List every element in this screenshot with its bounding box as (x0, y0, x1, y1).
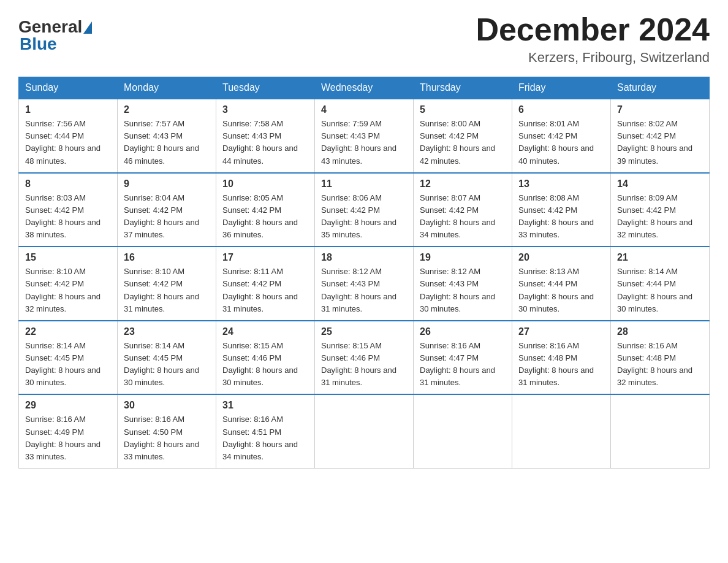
calendar-cell: 19 Sunrise: 8:12 AM Sunset: 4:43 PM Dayl… (414, 247, 512, 321)
day-number: 31 (222, 400, 308, 411)
day-number: 14 (617, 178, 703, 190)
sunset-label: Sunset: (25, 131, 55, 140)
daylight-label: Daylight: (25, 366, 58, 375)
sunrise-label: Sunrise: (321, 341, 352, 350)
calendar-cell: 13 Sunrise: 8:08 AM Sunset: 4:42 PM Dayl… (512, 173, 611, 247)
day-info: Sunrise: 8:02 AM Sunset: 4:42 PM Dayligh… (617, 118, 703, 167)
calendar-cell (512, 394, 611, 468)
day-number: 7 (617, 104, 703, 115)
col-monday: Monday (118, 77, 216, 99)
sunset-label: Sunset: (321, 131, 351, 140)
daylight-label: Daylight: (124, 144, 157, 153)
daylight-label: Daylight: (518, 144, 552, 153)
sunrise-time: 8:02 AM (648, 119, 678, 128)
sunrise-time: 8:03 AM (56, 193, 86, 202)
sunrise-label: Sunrise: (222, 415, 254, 424)
sunset-time: 4:46 PM (351, 353, 380, 362)
day-number: 26 (420, 326, 506, 337)
calendar-cell (414, 394, 512, 468)
calendar-cell: 11 Sunrise: 8:06 AM Sunset: 4:42 PM Dayl… (315, 173, 414, 247)
day-number: 20 (518, 252, 604, 263)
sunrise-time: 8:08 AM (550, 193, 579, 202)
day-number: 27 (518, 326, 604, 337)
sunset-time: 4:50 PM (153, 427, 183, 437)
day-info: Sunrise: 8:12 AM Sunset: 4:43 PM Dayligh… (420, 266, 506, 315)
col-tuesday: Tuesday (216, 77, 315, 99)
calendar-cell: 17 Sunrise: 8:11 AM Sunset: 4:42 PM Dayl… (216, 247, 315, 321)
day-info: Sunrise: 8:04 AM Sunset: 4:42 PM Dayligh… (124, 192, 210, 242)
daylight-label: Daylight: (124, 366, 157, 375)
week-row-3: 15 Sunrise: 8:10 AM Sunset: 4:42 PM Dayl… (19, 247, 710, 321)
sunrise-time: 8:00 AM (451, 119, 480, 128)
sunrise-time: 8:14 AM (648, 267, 678, 276)
day-info: Sunrise: 7:58 AM Sunset: 4:43 PM Dayligh… (222, 118, 308, 167)
daylight-label: Daylight: (321, 292, 354, 301)
sunrise-time: 8:04 AM (155, 193, 184, 202)
daylight-label: Daylight: (420, 366, 453, 375)
day-info: Sunrise: 8:10 AM Sunset: 4:42 PM Dayligh… (124, 266, 210, 315)
sunrise-label: Sunrise: (518, 341, 550, 350)
sunrise-label: Sunrise: (617, 193, 648, 202)
day-number: 22 (25, 326, 111, 337)
sunrise-time: 8:16 AM (254, 415, 283, 424)
sunset-time: 4:48 PM (548, 353, 577, 362)
day-info: Sunrise: 8:12 AM Sunset: 4:43 PM Dayligh… (321, 266, 407, 315)
week-row-4: 22 Sunrise: 8:14 AM Sunset: 4:45 PM Dayl… (19, 321, 710, 395)
col-saturday: Saturday (611, 77, 710, 99)
daylight-label: Daylight: (124, 440, 157, 449)
day-info: Sunrise: 8:16 AM Sunset: 4:48 PM Dayligh… (518, 340, 604, 389)
sunrise-label: Sunrise: (124, 415, 155, 424)
sunrise-time: 8:06 AM (352, 193, 382, 202)
week-row-5: 29 Sunrise: 8:16 AM Sunset: 4:49 PM Dayl… (19, 394, 710, 468)
sunrise-label: Sunrise: (25, 415, 56, 424)
sunrise-time: 8:09 AM (648, 193, 678, 202)
sunset-time: 4:46 PM (252, 353, 281, 362)
sunrise-time: 8:15 AM (254, 341, 283, 350)
calendar-cell: 9 Sunrise: 8:04 AM Sunset: 4:42 PM Dayli… (118, 173, 216, 247)
daylight-label: Daylight: (617, 292, 650, 301)
sunset-label: Sunset: (420, 131, 449, 140)
day-info: Sunrise: 8:16 AM Sunset: 4:49 PM Dayligh… (25, 413, 111, 463)
calendar-header-row: Sunday Monday Tuesday Wednesday Thursday… (19, 77, 710, 99)
day-number: 9 (124, 178, 210, 190)
daylight-label: Daylight: (518, 218, 552, 227)
day-number: 29 (25, 400, 111, 411)
sunrise-time: 8:05 AM (254, 193, 283, 202)
calendar-cell: 16 Sunrise: 8:10 AM Sunset: 4:42 PM Dayl… (118, 247, 216, 321)
sunset-time: 4:44 PM (55, 131, 84, 140)
sunset-label: Sunset: (321, 279, 351, 288)
sunrise-label: Sunrise: (124, 119, 155, 128)
calendar-cell: 6 Sunrise: 8:01 AM Sunset: 4:42 PM Dayli… (512, 99, 611, 173)
calendar-cell: 28 Sunrise: 8:16 AM Sunset: 4:48 PM Dayl… (611, 321, 710, 395)
day-info: Sunrise: 8:14 AM Sunset: 4:45 PM Dayligh… (25, 340, 111, 389)
sunset-time: 4:44 PM (646, 279, 676, 288)
calendar-cell: 21 Sunrise: 8:14 AM Sunset: 4:44 PM Dayl… (611, 247, 710, 321)
sunset-time: 4:42 PM (646, 131, 676, 140)
sunrise-label: Sunrise: (617, 267, 648, 276)
sunset-label: Sunset: (518, 205, 548, 215)
daylight-label: Daylight: (617, 366, 650, 375)
daylight-label: Daylight: (124, 218, 157, 227)
sunrise-time: 8:12 AM (451, 267, 480, 276)
day-number: 28 (617, 326, 703, 337)
daylight-label: Daylight: (518, 292, 552, 301)
logo-arrow-icon (83, 21, 92, 34)
daylight-label: Daylight: (321, 144, 354, 153)
sunrise-label: Sunrise: (25, 341, 56, 350)
sunset-label: Sunset: (124, 353, 153, 362)
day-number: 25 (321, 326, 407, 337)
sunrise-label: Sunrise: (420, 119, 451, 128)
sunset-time: 4:42 PM (449, 131, 479, 140)
sunrise-time: 8:10 AM (56, 267, 86, 276)
sunset-label: Sunset: (25, 205, 55, 215)
day-number: 2 (124, 104, 210, 115)
calendar-cell: 3 Sunrise: 7:58 AM Sunset: 4:43 PM Dayli… (216, 99, 315, 173)
calendar-cell: 25 Sunrise: 8:15 AM Sunset: 4:46 PM Dayl… (315, 321, 414, 395)
day-number: 15 (25, 252, 111, 263)
col-wednesday: Wednesday (315, 77, 414, 99)
sunrise-label: Sunrise: (124, 267, 155, 276)
day-info: Sunrise: 8:09 AM Sunset: 4:42 PM Dayligh… (617, 192, 703, 242)
sunrise-label: Sunrise: (420, 267, 451, 276)
sunrise-time: 8:12 AM (352, 267, 382, 276)
day-number: 12 (420, 178, 506, 190)
